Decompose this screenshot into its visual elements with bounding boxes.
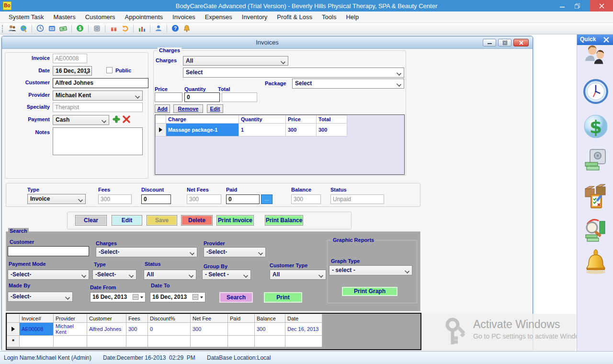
money-icon[interactable]	[59, 24, 68, 33]
search-print-button[interactable]: Print	[264, 292, 302, 303]
paid-detail-button[interactable]: ...	[261, 194, 272, 204]
reports-analysis-icon[interactable]	[583, 215, 609, 243]
charges-grid-row[interactable]: Massage package-1 1 300 300	[156, 124, 347, 136]
quick-close-icon[interactable]	[603, 37, 609, 43]
type-combo[interactable]: Invoice	[27, 194, 86, 204]
notes-field[interactable]	[53, 127, 143, 155]
total-cell[interactable]: 300	[317, 124, 347, 136]
price-field[interactable]	[155, 92, 182, 102]
print-invoice-button[interactable]: Print Invoice	[216, 215, 254, 226]
column-header[interactable]: Quantity	[239, 115, 286, 124]
payment-combo[interactable]: Cash	[53, 115, 109, 125]
menu-expenses[interactable]: Expenses	[200, 11, 237, 23]
menu-invoices[interactable]: Invoices	[168, 11, 200, 23]
staff-icon[interactable]	[8, 24, 16, 33]
billing-dollar-icon[interactable]: $	[583, 113, 609, 140]
delete-payment-icon[interactable]	[123, 115, 130, 123]
graph-type-combo[interactable]: - select -	[329, 265, 412, 275]
charge-cell[interactable]: Massage package-1	[166, 124, 239, 136]
column-header[interactable]: Invoice#	[20, 314, 54, 323]
user-icon[interactable]	[154, 24, 163, 33]
help-icon[interactable]: ?	[171, 24, 180, 33]
menu-inventory[interactable]: Inventory	[237, 11, 272, 23]
search-button[interactable]: Search	[219, 292, 253, 303]
inventory-boxes-icon[interactable]	[583, 181, 609, 211]
remove-charge-button[interactable]: Remove	[173, 104, 203, 113]
restore-button[interactable]	[570, 0, 584, 11]
search-charges-combo[interactable]: -Select-	[96, 247, 197, 257]
undo-icon[interactable]	[121, 24, 129, 33]
minimize-button[interactable]	[556, 0, 569, 11]
child-minimize-button[interactable]	[483, 39, 496, 46]
delete-button[interactable]: Delete	[181, 215, 213, 226]
net-fee-cell[interactable]: 300	[191, 323, 228, 336]
discount-field[interactable]: 0	[141, 194, 171, 204]
menu-customers[interactable]: Customers	[80, 11, 120, 23]
child-maximize-button[interactable]	[498, 39, 511, 46]
menu-help[interactable]: Help	[341, 11, 363, 23]
customer-type-combo[interactable]: All	[270, 270, 326, 280]
edit-button[interactable]: Edit	[112, 215, 142, 226]
search-status-combo[interactable]: All	[144, 270, 196, 280]
quantity-cell[interactable]: 1	[239, 124, 286, 136]
menu-profit-loss[interactable]: Profit & Loss	[272, 11, 317, 23]
add-charge-button[interactable]: Add	[155, 104, 170, 113]
price-cell[interactable]: 300	[286, 124, 317, 136]
quantity-field[interactable]: 0	[184, 92, 220, 102]
column-header[interactable]: Total	[317, 115, 347, 124]
results-grid-row[interactable]: AE00008 Michael Kent Alfred Johnes 300 0…	[7, 323, 322, 336]
expenses-safe-icon[interactable]	[583, 148, 609, 172]
charges-category-combo[interactable]: All	[183, 56, 288, 66]
column-header[interactable]: Discount%	[148, 314, 191, 323]
fees-cell[interactable]: 300	[126, 323, 148, 336]
column-header[interactable]: Date	[285, 314, 322, 323]
provider-cell[interactable]: Michael Kent	[54, 323, 87, 336]
date-cell[interactable]: Dec 16, 2013	[285, 323, 322, 336]
paid-cell[interactable]	[228, 323, 255, 336]
print-balance-button[interactable]: Print Balance	[265, 215, 303, 226]
print-graph-button[interactable]: Print Graph	[342, 287, 397, 296]
gift-icon[interactable]	[109, 24, 118, 33]
column-header[interactable]: Balance	[255, 314, 285, 323]
invoice-number-cell[interactable]: AE00008	[20, 323, 54, 336]
search-type-combo[interactable]: -Select-	[92, 270, 136, 280]
clock-icon[interactable]	[36, 24, 45, 33]
date-combo[interactable]: 16 Dec, 2013	[53, 66, 92, 76]
paid-field[interactable]: 0	[226, 194, 260, 204]
reminder-bell-icon[interactable]	[583, 248, 609, 278]
menu-tools[interactable]: Tools	[317, 11, 341, 23]
column-header[interactable]: Net Fee	[191, 314, 228, 323]
search-provider-combo[interactable]: -Select-	[204, 247, 266, 257]
safe-icon[interactable]	[92, 24, 101, 33]
clear-button[interactable]: Clear	[75, 215, 107, 226]
globe-icon[interactable]	[19, 24, 28, 33]
chart-icon[interactable]	[137, 24, 146, 33]
save-button[interactable]: Save	[147, 215, 177, 226]
bell-icon[interactable]	[182, 24, 191, 33]
menu-system-task[interactable]: System Task	[4, 11, 48, 23]
column-header[interactable]: Provider	[54, 314, 87, 323]
date-to-picker[interactable]: 16 Dec, 2013	[150, 292, 205, 302]
group-by-combo[interactable]: - Select -	[202, 270, 251, 280]
menu-masters[interactable]: Masters	[48, 11, 80, 23]
column-header[interactable]: Paid	[228, 314, 255, 323]
charge-select-combo[interactable]: Select	[183, 68, 404, 78]
public-checkbox[interactable]	[106, 67, 113, 73]
balance-cell[interactable]: 300	[255, 323, 285, 336]
made-by-combo[interactable]: -Select-	[8, 292, 73, 302]
column-header[interactable]: Customer	[87, 314, 126, 323]
menu-appointments[interactable]: Appointments	[120, 11, 168, 23]
column-header[interactable]: Price	[286, 115, 317, 124]
edit-charge-button[interactable]: Edit	[207, 104, 223, 113]
calendar-icon[interactable]	[47, 24, 56, 33]
provider-combo[interactable]: Michael Kent	[53, 91, 143, 101]
customer-cell[interactable]: Alfred Johnes	[87, 323, 126, 336]
customer-field[interactable]: Alfred Johnes	[53, 78, 148, 88]
appointments-clock-icon[interactable]	[583, 78, 609, 105]
dollar-icon[interactable]: $	[76, 24, 84, 33]
payment-mode-combo[interactable]: -Select-	[8, 270, 89, 280]
add-payment-icon[interactable]	[112, 115, 121, 124]
child-close-button[interactable]	[513, 39, 529, 46]
results-grid-new-row[interactable]: *	[7, 336, 322, 347]
column-header[interactable]: Charge	[166, 115, 239, 124]
